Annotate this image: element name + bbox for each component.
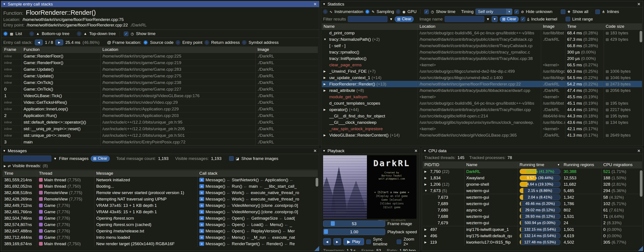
table-row[interactable]: inline Video::GetTicksHiRes() /home/wolf… bbox=[2, 99, 318, 106]
stats-scrollbar-thumb[interactable] bbox=[640, 31, 642, 42]
col-time[interactable]: Time bbox=[2, 170, 37, 176]
inlines-checkbox[interactable]: ✓ bbox=[595, 10, 600, 14]
table-row[interactable]: module_get_kallsym <kernel> <kernel> 45.… bbox=[322, 94, 642, 100]
cpu-scrollbar-thumb[interactable] bbox=[640, 170, 642, 197]
table-row[interactable]: clear_page_erms <kernel> <kernel> 66.5 m… bbox=[322, 62, 642, 68]
table-row[interactable]: ▶ uw_update_context_1 (+14) /usr/src/deb… bbox=[322, 74, 642, 81]
call-stack-icon[interactable]: ≡ bbox=[199, 184, 204, 188]
table-row[interactable]: ▶ 7,750 (22) DarkRL 10.04 s (41.37%) 30,… bbox=[423, 168, 642, 175]
table-row[interactable]: ▶ _Unwind_Find_FDE (+7) /usr/src/debug/g… bbox=[322, 68, 642, 74]
messages-scrollbar-thumb[interactable] bbox=[316, 178, 318, 186]
col-image[interactable]: Image bbox=[256, 46, 318, 53]
table-row[interactable]: tracy::rpmalloc() /home/wolf/darkrl/cont… bbox=[322, 49, 642, 55]
table-row[interactable]: 381,559,214ns Main thread (7,750) Networ… bbox=[2, 177, 318, 183]
sync-timeline-checkbox[interactable]: ✓ bbox=[366, 240, 371, 244]
show-frame-images-checkbox[interactable]: ✓ bbox=[229, 156, 234, 161]
table-row[interactable]: 7,679 wezterm-gui 500.94 µs (0.00%) 24 2… bbox=[423, 220, 642, 226]
clear-button[interactable]: ⊠Clear bbox=[91, 156, 110, 162]
expand-icon[interactable]: ▶ bbox=[424, 182, 429, 186]
radio-instrumentation[interactable] bbox=[323, 10, 328, 14]
timing-dropdown[interactable]: Self only ▼ bbox=[476, 8, 512, 15]
col-location[interactable]: Location bbox=[101, 46, 256, 53]
call-stack-icon[interactable]: ≡ bbox=[199, 210, 204, 214]
table-row[interactable]: 389,169,674ns Main thread (7,750) New re… bbox=[2, 240, 318, 247]
image-name-input[interactable] bbox=[445, 16, 484, 22]
table-row[interactable]: 7,680 async-io 29.02 ms (0.12%) 802 61(7… bbox=[423, 207, 642, 213]
col-running-time[interactable]: Running time▼ bbox=[518, 162, 562, 168]
table-row[interactable]: 0 Game::OnTick() /home/wolf/darkrl/src/g… bbox=[2, 86, 318, 92]
clear-filter-button[interactable]: ⊠Clear bbox=[395, 16, 414, 22]
radio-list[interactable] bbox=[3, 32, 8, 36]
radio-sampling[interactable] bbox=[365, 10, 370, 14]
expand-icon[interactable]: ▶ bbox=[424, 234, 429, 238]
resize-handle[interactable] bbox=[314, 246, 319, 251]
expand-icon[interactable]: ▶ bbox=[324, 70, 328, 73]
col-location[interactable]: Location bbox=[418, 23, 541, 30]
expand-icon[interactable]: ▶ bbox=[424, 176, 429, 180]
visible-threads-row[interactable]: ▶ ⇄ Visible threads: (8) bbox=[1, 163, 319, 170]
expand-icon[interactable]: ▶ bbox=[324, 89, 328, 92]
clear-image-filter-button[interactable]: ⊠Clear bbox=[500, 16, 519, 22]
call-stack-icon[interactable]: ≡ bbox=[199, 242, 204, 246]
close-icon[interactable]: ✕ bbox=[313, 2, 317, 6]
expand-icon[interactable]: ▶ bbox=[424, 240, 429, 244]
collapse-icon[interactable]: ▼ bbox=[3, 2, 6, 6]
collapse-icon[interactable]: ▼ bbox=[323, 149, 326, 152]
col-name[interactable]: Name bbox=[464, 162, 518, 168]
table-row[interactable]: __GI__dl_find_dso_for_object /usr/src/de… bbox=[322, 113, 642, 119]
col-running-regions[interactable]: Running regions bbox=[562, 162, 602, 168]
call-stack-icon[interactable]: ≡ bbox=[199, 203, 204, 208]
table-row[interactable]: 382,408,518ns RemoteView (7,775) Remote … bbox=[2, 190, 318, 196]
expand-icon[interactable]: ▶ bbox=[324, 82, 328, 86]
show-all-checkbox[interactable]: ✓ bbox=[561, 10, 565, 14]
table-row[interactable]: ▶ 119 kworker/u17:0+i915_flip 127.48 ms … bbox=[423, 239, 642, 246]
col-frame[interactable]: Frame bbox=[2, 46, 22, 53]
table-row[interactable]: 382,712,444ns Game (7,776) Intro menu lo… bbox=[2, 234, 318, 240]
table-row[interactable]: 382,574,807ns Game (7,776) Opening /fore… bbox=[2, 222, 318, 228]
col-image[interactable]: Image bbox=[541, 23, 565, 30]
table-row[interactable]: inline Application::InnerLoop() /home/wo… bbox=[2, 106, 318, 112]
radio-bottom-up[interactable] bbox=[30, 32, 34, 36]
filter-funnel-icon[interactable]: ▼ bbox=[390, 17, 393, 21]
table-row[interactable]: ▶ operator() (+44) /home/wolf/darkrl/con… bbox=[322, 106, 642, 113]
close-icon[interactable]: ✕ bbox=[636, 148, 641, 153]
expand-icon[interactable]: ▼ bbox=[424, 189, 429, 192]
call-stack-icon[interactable]: ≡ bbox=[199, 216, 204, 220]
expand-icon[interactable]: ▶ bbox=[324, 76, 328, 79]
prev-stack-button[interactable]: ◀ bbox=[35, 40, 43, 46]
filter-funnel-icon[interactable]: ▼ bbox=[54, 156, 57, 160]
collapse-icon[interactable]: ▼ bbox=[424, 149, 426, 152]
radio-top-down[interactable] bbox=[77, 32, 81, 36]
play-button[interactable]: ▶Play bbox=[343, 238, 364, 245]
radio-symbol-address[interactable] bbox=[242, 40, 246, 45]
close-icon[interactable]: ✕ bbox=[636, 2, 641, 6]
expand-icon[interactable]: ▶ bbox=[424, 228, 429, 231]
call-stack-icon[interactable]: ≡ bbox=[199, 222, 204, 227]
table-row[interactable]: ▼ 7,673 (5) wezterm-gui 2.15 s (8.86%) 5… bbox=[423, 188, 642, 194]
table-row[interactable]: 382,481,766ns Game (7,776) VRAM 43x45: 1… bbox=[2, 208, 318, 215]
show-time-checkbox[interactable]: ✓ bbox=[424, 10, 429, 14]
resize-handle[interactable] bbox=[638, 246, 643, 251]
col-function[interactable]: Function bbox=[22, 46, 101, 53]
table-row[interactable]: d_print_comp /usr/src/debug/gcc-build/x8… bbox=[322, 30, 642, 36]
radio-return-address[interactable] bbox=[204, 40, 209, 45]
filter-results-input[interactable] bbox=[348, 16, 388, 22]
table-row[interactable]: 2 Application::Run() /home/wolf/darkrl/s… bbox=[2, 112, 318, 119]
radio-gpu[interactable] bbox=[396, 10, 400, 14]
table-row[interactable]: tracy::InitRpmalloc() /home/wolf/darkrl/… bbox=[322, 55, 642, 62]
call-stack-icon[interactable]: ≡ bbox=[199, 197, 204, 201]
show-time-checkbox[interactable]: ✓ bbox=[124, 32, 128, 36]
limit-range-checkbox[interactable]: ✓ bbox=[566, 17, 570, 21]
table-row[interactable]: inline Game::Update() /home/wolf/darkrl/… bbox=[2, 73, 318, 79]
zoom-2x-checkbox[interactable]: ✓ bbox=[397, 240, 401, 244]
table-row[interactable]: 7,688 wezterm-gui 28.93 ms (0.12%) 1,531… bbox=[423, 213, 642, 220]
table-row[interactable]: inline std::unique_ptr<>::reset() /usr/i… bbox=[2, 132, 318, 139]
collapse-icon[interactable]: ▼ bbox=[323, 2, 326, 6]
col-message[interactable]: Message bbox=[94, 170, 198, 176]
table-row[interactable]: 7,689 wezterm-gui 49.46 ms (0.20%) 1,786… bbox=[423, 200, 642, 207]
include-kernel-checkbox[interactable]: ✓ bbox=[521, 17, 525, 21]
table-row[interactable]: 3 main /home/wolf/darkrl/src/EntryPointP… bbox=[2, 139, 318, 146]
table-row[interactable]: ▶ read_attribute (+8) /home/wolf/darkrl/… bbox=[322, 87, 642, 94]
expand-icon[interactable]: ▶ bbox=[324, 108, 328, 111]
message-filter-input[interactable] bbox=[3, 156, 51, 162]
